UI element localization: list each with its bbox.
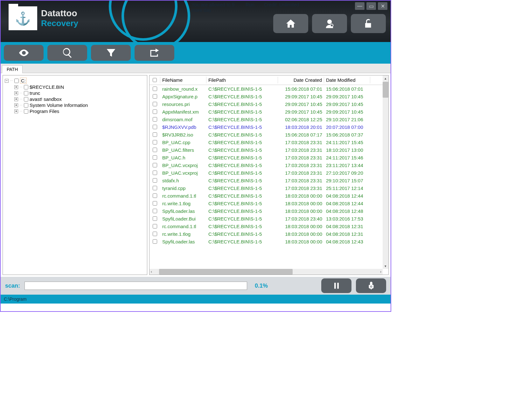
tree-panel[interactable]: − ⋯ C: +⋯$RECYCLE.BIN+⋯trunc+⋯avast! san… bbox=[3, 75, 147, 275]
expand-icon[interactable]: + bbox=[14, 103, 18, 107]
col-filepath[interactable]: FilePath bbox=[206, 77, 278, 83]
tree-checkbox[interactable] bbox=[24, 109, 28, 114]
hscroll-thumb[interactable] bbox=[159, 269, 293, 275]
table-row[interactable]: resources.priC:\$RECYCLE.BIN\S-1-529:09:… bbox=[149, 100, 388, 108]
row-checkbox[interactable] bbox=[153, 216, 157, 221]
col-filename[interactable]: FileName bbox=[160, 77, 206, 83]
cell-modified: 27:10:2017 09:20 bbox=[324, 170, 370, 176]
tree-node[interactable]: +⋯trunc bbox=[14, 90, 145, 96]
table-row[interactable]: BP_UAC.cppC:\$RECYCLE.BIN\S-1-517:03:201… bbox=[149, 138, 388, 146]
cell-filename: AppxSignature.p bbox=[160, 94, 206, 99]
tree-node[interactable]: +⋯Program Files bbox=[14, 108, 145, 114]
row-checkbox[interactable] bbox=[153, 171, 157, 175]
support-button[interactable] bbox=[312, 14, 347, 33]
table-row[interactable]: stdafx.hC:\$RECYCLE.BIN\S-1-517:03:2018 … bbox=[149, 177, 388, 184]
scroll-right-icon[interactable]: › bbox=[380, 270, 381, 274]
export-button[interactable] bbox=[135, 45, 174, 61]
minimize-button[interactable]: — bbox=[355, 2, 365, 10]
table-row[interactable]: BP_UAC.filtersC:\$RECYCLE.BIN\S-1-517:03… bbox=[149, 146, 388, 154]
tree-label[interactable]: Program Files bbox=[30, 108, 59, 114]
scroll-up-icon[interactable]: ▴ bbox=[383, 75, 388, 81]
row-checkbox[interactable] bbox=[153, 232, 157, 236]
tree-checkbox[interactable] bbox=[24, 103, 28, 108]
table-row[interactable]: SpyfiLoader.BuiC:\$RECYCLE.BIN\S-1-517:0… bbox=[149, 215, 388, 222]
table-row[interactable]: SpyfiLoader.lasC:\$RECYCLE.BIN\S-1-518:0… bbox=[149, 207, 388, 215]
stop-button[interactable] bbox=[356, 278, 386, 293]
expand-icon[interactable]: + bbox=[14, 109, 18, 113]
tree-checkbox[interactable] bbox=[24, 85, 28, 89]
row-checkbox[interactable] bbox=[153, 163, 157, 167]
expand-icon[interactable]: + bbox=[14, 85, 18, 89]
row-checkbox[interactable] bbox=[153, 117, 157, 122]
table-row[interactable]: rc.command.1.tlC:\$RECYCLE.BIN\S-1-518:0… bbox=[149, 192, 388, 200]
tree-checkbox[interactable] bbox=[24, 97, 28, 102]
filter-button[interactable] bbox=[91, 45, 131, 61]
row-checkbox[interactable] bbox=[153, 155, 157, 160]
col-modified[interactable]: Date Modified bbox=[324, 77, 370, 83]
scroll-thumb[interactable] bbox=[383, 82, 388, 98]
collapse-icon[interactable]: − bbox=[5, 79, 9, 83]
row-checkbox[interactable] bbox=[153, 209, 157, 213]
tab-path[interactable]: PATH bbox=[2, 65, 23, 73]
unlock-button[interactable] bbox=[351, 14, 386, 33]
table-row[interactable]: rc.write.1.tlogC:\$RECYCLE.BIN\S-1-518:0… bbox=[149, 200, 388, 207]
table-row[interactable]: tyranid.cppC:\$RECYCLE.BIN\S-1-517:03:20… bbox=[149, 184, 388, 192]
cell-modified: 29:10:2017 21:06 bbox=[324, 117, 370, 122]
row-checkbox[interactable] bbox=[153, 193, 157, 198]
row-checkbox[interactable] bbox=[153, 178, 157, 183]
tree-root-label[interactable]: C: bbox=[20, 78, 27, 84]
table-row[interactable]: BP_UAC.hC:\$RECYCLE.BIN\S-1-517:03:2018 … bbox=[149, 154, 388, 161]
tree-label[interactable]: System Volume Information bbox=[30, 102, 88, 108]
scroll-left-icon[interactable]: ‹ bbox=[151, 270, 152, 274]
tree-node[interactable]: +⋯System Volume Information bbox=[14, 102, 145, 108]
row-checkbox[interactable] bbox=[153, 109, 157, 114]
table-row[interactable]: rc.command.1.tlC:\$RECYCLE.BIN\S-1-518:0… bbox=[149, 222, 388, 230]
table-row[interactable]: BP_UAC.vcxprojC:\$RECYCLE.BIN\S-1-517:03… bbox=[149, 161, 388, 169]
expand-icon[interactable]: + bbox=[14, 97, 18, 101]
vertical-scrollbar[interactable]: ▴ ▾ bbox=[383, 75, 388, 269]
table-row[interactable]: BP_UAC.vcxprojC:\$RECYCLE.BIN\S-1-517:03… bbox=[149, 169, 388, 177]
tree-label[interactable]: trunc bbox=[30, 90, 40, 96]
row-checkbox[interactable] bbox=[153, 224, 157, 228]
table-row[interactable]: dimsroam.mofC:\$RECYCLE.BIN\S-1-502:06:2… bbox=[149, 116, 388, 123]
table-row[interactable]: $RV3JRB2.isoC:\$RECYCLE.BIN\S-1-515:06:2… bbox=[149, 131, 388, 138]
close-button[interactable]: ✕ bbox=[378, 2, 387, 10]
cell-modified: 25:11:2017 12:14 bbox=[324, 186, 370, 191]
row-checkbox[interactable] bbox=[153, 140, 157, 144]
tree-checkbox[interactable] bbox=[14, 79, 19, 83]
row-checkbox[interactable] bbox=[153, 132, 157, 137]
preview-button[interactable] bbox=[4, 45, 44, 61]
cell-filename: rc.command.1.tl bbox=[160, 224, 206, 229]
list-body[interactable]: rainbow_round.xC:\$RECYCLE.BIN\S-1-515:0… bbox=[149, 85, 388, 275]
table-row[interactable]: AppxSignature.pC:\$RECYCLE.BIN\S-1-529:0… bbox=[149, 93, 388, 100]
search-button[interactable] bbox=[47, 45, 87, 61]
tree-node[interactable]: +⋯avast! sandbox bbox=[14, 96, 145, 102]
table-row[interactable]: $RJNGXVV.pdbC:\$RECYCLE.BIN\S-1-518:03:2… bbox=[149, 123, 388, 131]
col-created[interactable]: Date Created bbox=[278, 77, 324, 83]
tree-checkbox[interactable] bbox=[24, 91, 28, 95]
tree-label[interactable]: $RECYCLE.BIN bbox=[30, 84, 64, 90]
tree-node[interactable]: +⋯$RECYCLE.BIN bbox=[14, 84, 145, 90]
horizontal-scrollbar[interactable]: ‹ › bbox=[149, 269, 383, 275]
tree-label[interactable]: avast! sandbox bbox=[30, 96, 62, 102]
row-checkbox[interactable] bbox=[153, 201, 157, 206]
row-checkbox[interactable] bbox=[153, 125, 157, 129]
row-checkbox[interactable] bbox=[153, 186, 157, 190]
table-row[interactable]: rainbow_round.xC:\$RECYCLE.BIN\S-1-515:0… bbox=[149, 85, 388, 93]
row-checkbox[interactable] bbox=[153, 239, 157, 244]
row-checkbox[interactable] bbox=[153, 87, 157, 91]
row-checkbox[interactable] bbox=[153, 102, 157, 106]
home-button[interactable] bbox=[273, 14, 308, 33]
tree-root[interactable]: − ⋯ C: bbox=[5, 77, 145, 84]
expand-icon[interactable]: + bbox=[14, 91, 18, 95]
table-row[interactable]: SpyfiLoader.lasC:\$RECYCLE.BIN\S-1-518:0… bbox=[149, 238, 388, 245]
table-row[interactable]: AppxManifest.xmC:\$RECYCLE.BIN\S-1-529:0… bbox=[149, 108, 388, 116]
table-row[interactable]: rc.write.1.tlogC:\$RECYCLE.BIN\S-1-518:0… bbox=[149, 230, 388, 238]
row-checkbox[interactable] bbox=[153, 148, 157, 152]
scroll-down-icon[interactable]: ▾ bbox=[383, 263, 388, 269]
pause-button[interactable] bbox=[321, 278, 351, 293]
scan-progress bbox=[24, 282, 247, 290]
select-all-checkbox[interactable] bbox=[153, 78, 157, 82]
row-checkbox[interactable] bbox=[153, 94, 157, 99]
maximize-button[interactable]: ▭ bbox=[366, 2, 376, 10]
